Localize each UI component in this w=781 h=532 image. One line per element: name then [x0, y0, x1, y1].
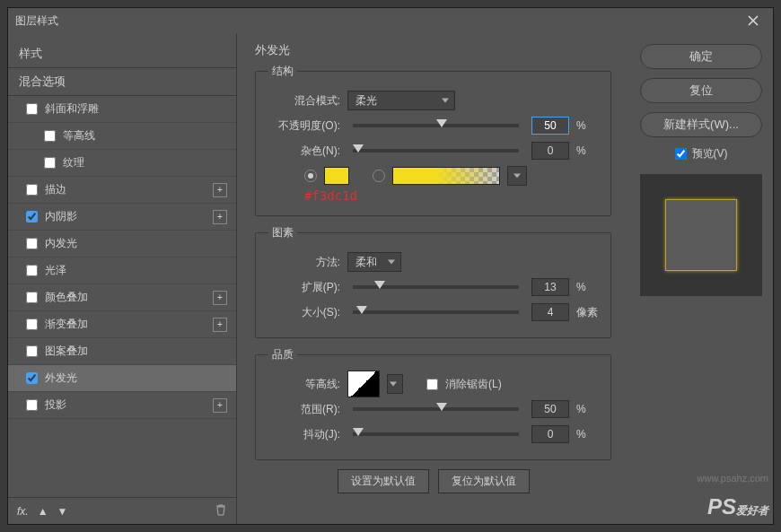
sidebar-item[interactable]: 斜面和浮雕	[8, 96, 236, 123]
sidebar-checkbox[interactable]	[26, 318, 38, 330]
sidebar-checkbox[interactable]	[26, 345, 38, 357]
sidebar-item-label: 内阴影	[45, 209, 77, 224]
layer-style-dialog: 图层样式 样式 混合选项 斜面和浮雕等高线纹理描边+内阴影+内发光光泽颜色叠加+…	[7, 7, 774, 525]
sidebar-item-label: 纹理	[63, 155, 84, 170]
contour-select[interactable]	[387, 374, 403, 394]
cancel-button[interactable]: 复位	[640, 78, 762, 103]
contour-swatch[interactable]	[347, 371, 380, 397]
preview-box	[640, 174, 762, 296]
sidebar-item[interactable]: 纹理	[8, 150, 236, 177]
color-swatch[interactable]	[324, 167, 349, 185]
jitter-slider[interactable]	[353, 432, 519, 436]
sidebar-blending[interactable]: 混合选项	[8, 68, 236, 96]
range-input[interactable]	[531, 400, 569, 418]
sidebar-checkbox[interactable]	[26, 372, 38, 384]
sidebar-checkbox[interactable]	[26, 265, 38, 276]
watermark-brand: PS爱好者	[707, 494, 768, 519]
gradient-swatch[interactable]	[392, 167, 500, 185]
sidebar-item[interactable]: 外发光	[8, 365, 236, 392]
sidebar-checkbox[interactable]	[26, 399, 38, 411]
elements-group: 图素 方法: 柔和 扩展(P): % 大小(S): 像素	[255, 225, 611, 338]
dialog-title: 图层样式	[15, 13, 58, 29]
opacity-slider[interactable]	[353, 124, 519, 127]
titlebar: 图层样式	[8, 8, 773, 33]
sidebar-item[interactable]: 图案叠加	[8, 338, 236, 365]
sidebar-item[interactable]: 等高线	[8, 123, 236, 150]
sidebar-item-label: 等高线	[63, 128, 95, 144]
sidebar-item-label: 颜色叠加	[45, 290, 88, 305]
blend-mode-select[interactable]: 柔光	[347, 91, 455, 110]
right-panel: 确定 复位 新建样式(W)... 预览(V)	[629, 33, 773, 524]
spread-input[interactable]	[531, 278, 569, 296]
plus-icon[interactable]: +	[213, 210, 227, 224]
sidebar-checkbox[interactable]	[44, 157, 56, 169]
spread-slider[interactable]	[353, 285, 519, 289]
sidebar-item-label: 描边	[45, 182, 66, 197]
plus-icon[interactable]: +	[213, 398, 227, 413]
sidebar-item[interactable]: 光泽	[8, 257, 236, 284]
sidebar-checkbox[interactable]	[26, 103, 38, 115]
method-select[interactable]: 柔和	[347, 252, 401, 272]
set-default-button[interactable]: 设置为默认值	[338, 469, 429, 493]
close-button[interactable]	[741, 8, 766, 33]
noise-input[interactable]	[531, 142, 569, 160]
sidebar-checkbox[interactable]	[26, 211, 38, 222]
sidebar-footer: fx. ▲ ▼	[8, 497, 236, 524]
quality-group: 品质 等高线: 消除锯齿(L) 范围(R): % 抖动(J):	[255, 347, 611, 460]
size-input[interactable]	[531, 303, 569, 321]
panel-title: 外发光	[255, 42, 611, 58]
sidebar-item-label: 渐变叠加	[45, 317, 88, 332]
structure-group: 结构 混合模式: 柔光 不透明度(O): % 杂色(N): %	[255, 64, 611, 216]
settings-panel: 外发光 结构 混合模式: 柔光 不透明度(O): % 杂色(N): %	[237, 33, 629, 524]
antialias-checkbox[interactable]	[426, 379, 438, 390]
opacity-input[interactable]	[531, 117, 569, 135]
sidebar-checkbox[interactable]	[26, 184, 38, 196]
new-style-button[interactable]: 新建样式(W)...	[640, 112, 762, 137]
trash-icon[interactable]	[215, 503, 227, 519]
sidebar-checkbox[interactable]	[44, 130, 56, 142]
sidebar-item-label: 外发光	[45, 371, 77, 386]
color-annotation: #f3dc1d	[304, 188, 598, 203]
watermark-url: www.psahz.com	[698, 473, 768, 484]
plus-icon[interactable]: +	[213, 291, 227, 305]
range-slider[interactable]	[353, 407, 519, 411]
jitter-input[interactable]	[531, 425, 569, 443]
sidebar-item[interactable]: 颜色叠加+	[8, 284, 236, 311]
sidebar-header: 样式	[8, 40, 236, 68]
size-slider[interactable]	[353, 310, 519, 314]
color-radio[interactable]	[304, 170, 317, 182]
down-icon[interactable]: ▼	[57, 505, 68, 518]
dialog-body: 样式 混合选项 斜面和浮雕等高线纹理描边+内阴影+内发光光泽颜色叠加+渐变叠加+…	[8, 33, 773, 524]
sidebar-checkbox[interactable]	[26, 238, 38, 249]
plus-icon[interactable]: +	[213, 183, 227, 197]
sidebar-item-label: 内发光	[45, 236, 77, 251]
sidebar-item[interactable]: 内发光	[8, 231, 236, 257]
preview-checkbox[interactable]	[675, 148, 687, 160]
up-icon[interactable]: ▲	[38, 505, 48, 518]
styles-sidebar: 样式 混合选项 斜面和浮雕等高线纹理描边+内阴影+内发光光泽颜色叠加+渐变叠加+…	[8, 33, 237, 524]
sidebar-item[interactable]: 投影+	[8, 392, 236, 419]
ok-button[interactable]: 确定	[640, 44, 762, 69]
sidebar-item[interactable]: 渐变叠加+	[8, 311, 236, 338]
gradient-select[interactable]	[507, 166, 527, 186]
sidebar-item-label: 图案叠加	[45, 344, 88, 359]
reset-default-button[interactable]: 复位为默认值	[438, 469, 530, 493]
preview-swatch	[665, 199, 737, 271]
sidebar-item[interactable]: 内阴影+	[8, 204, 236, 231]
sidebar-checkbox[interactable]	[26, 292, 38, 303]
gradient-radio[interactable]	[373, 170, 385, 182]
sidebar-item[interactable]: 描边+	[8, 177, 236, 204]
fx-icon[interactable]: fx.	[17, 505, 29, 518]
plus-icon[interactable]: +	[213, 318, 227, 332]
sidebar-item-label: 投影	[45, 397, 66, 413]
sidebar-item-label: 光泽	[45, 263, 66, 278]
noise-slider[interactable]	[353, 149, 519, 153]
close-icon	[748, 15, 759, 26]
sidebar-item-label: 斜面和浮雕	[45, 101, 99, 117]
